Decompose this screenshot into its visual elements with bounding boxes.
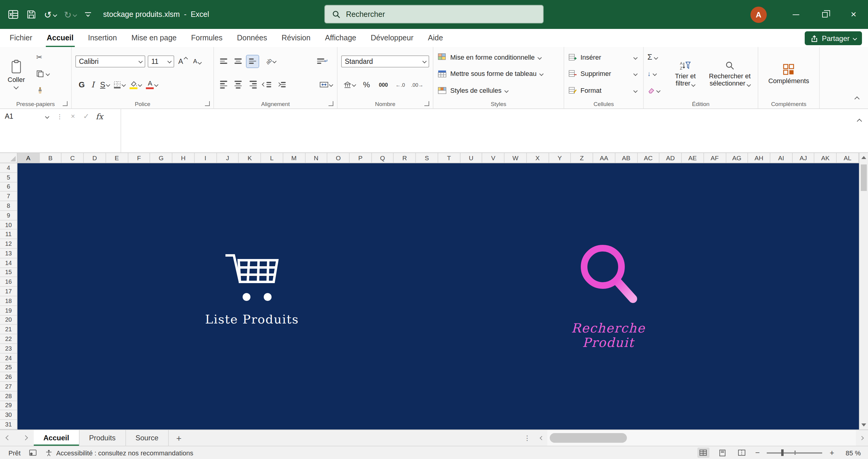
row-header-29[interactable]: 29 [0, 401, 17, 411]
formula-cancel-button[interactable]: × [66, 112, 80, 121]
fill-color-button[interactable] [130, 78, 142, 91]
namebox-resize-handle[interactable]: ⋮ [53, 113, 66, 120]
decrease-decimal-button[interactable]: .00→ [411, 78, 424, 91]
sort-filter-button[interactable]: AZ Trier et filtrer [667, 49, 704, 99]
format-painter-button[interactable] [34, 85, 51, 96]
accounting-format-button[interactable] [344, 78, 355, 91]
chevron-down-icon[interactable] [656, 89, 660, 93]
row-header-20[interactable]: 20 [0, 315, 17, 325]
column-header-B[interactable]: B [39, 153, 61, 163]
qat-customize-button[interactable] [84, 11, 92, 18]
dialog-launcher-icon[interactable] [424, 101, 429, 106]
row-header-5[interactable]: 5 [0, 173, 17, 183]
zoom-slider[interactable] [767, 449, 823, 457]
row-header-12[interactable]: 12 [0, 239, 17, 249]
column-header-E[interactable]: E [106, 153, 128, 163]
row-header-31[interactable]: 31 [0, 420, 17, 429]
dialog-launcher-icon[interactable] [63, 101, 67, 106]
chevron-down-icon[interactable] [155, 83, 158, 87]
zoom-in-button[interactable]: + [830, 449, 834, 457]
insert-cells-button[interactable]: Insérer [566, 52, 641, 63]
restore-button[interactable] [810, 0, 839, 29]
wrap-text-button[interactable]: ↵ [316, 55, 329, 67]
row-header-27[interactable]: 27 [0, 382, 17, 392]
chevron-down-icon[interactable] [122, 83, 126, 87]
minimize-button[interactable] [781, 0, 810, 29]
decrease-font-button[interactable]: A [191, 55, 203, 67]
ribbon-collapse-button[interactable] [855, 92, 858, 103]
macro-button-recherche-produit[interactable]: Recherche Produit [548, 243, 669, 350]
column-header-AH[interactable]: AH [748, 153, 770, 163]
format-as-table-button[interactable]: Mettre sous forme de tableau [435, 68, 562, 79]
undo-button[interactable]: ↺ [44, 10, 56, 19]
chevron-down-icon[interactable] [352, 83, 356, 87]
thousands-button[interactable]: 000 [377, 78, 390, 91]
orientation-button[interactable]: ab [265, 55, 277, 67]
chevron-down-icon[interactable] [654, 55, 658, 59]
tab-fichier[interactable]: Fichier [2, 29, 39, 47]
paste-button[interactable]: Coller [2, 49, 31, 99]
chevron-down-icon[interactable] [329, 83, 333, 87]
formula-enter-button[interactable]: ✓ [80, 112, 93, 121]
vertical-scroll-thumb[interactable] [861, 164, 867, 191]
horizontal-scrollbar[interactable] [536, 430, 867, 446]
macro-button-liste-produits[interactable]: Liste Produits [198, 250, 306, 326]
column-header-AF[interactable]: AF [704, 153, 726, 163]
zoom-level[interactable]: 85 % [841, 449, 861, 456]
tab-affichage[interactable]: Affichage [318, 29, 364, 47]
format-cells-button[interactable]: Format [566, 85, 641, 96]
horizontal-scroll-thumb[interactable] [550, 433, 627, 443]
chevron-down-icon[interactable] [14, 84, 19, 89]
h-scroll-left[interactable] [536, 437, 547, 439]
tab-developpeur[interactable]: Développeur [364, 29, 421, 47]
column-header-I[interactable]: I [195, 153, 217, 163]
copy-button[interactable] [34, 68, 51, 79]
tab-mise-en-page[interactable]: Mise en page [124, 29, 184, 47]
clear-button[interactable] [646, 85, 667, 96]
align-center-button[interactable] [232, 78, 244, 91]
sheet-more-button[interactable]: ⋮ [518, 430, 536, 446]
decrease-indent-button[interactable] [261, 78, 273, 91]
column-header-AE[interactable]: AE [682, 153, 704, 163]
merge-center-button[interactable] [319, 78, 332, 91]
cut-button[interactable]: ✂ [34, 52, 51, 63]
sheet-tab-accueil[interactable]: Accueil [34, 430, 79, 446]
row-header-25[interactable]: 25 [0, 363, 17, 372]
column-header-G[interactable]: G [150, 153, 173, 163]
column-header-AA[interactable]: AA [593, 153, 615, 163]
align-left-button[interactable] [218, 78, 230, 91]
row-header-23[interactable]: 23 [0, 344, 17, 354]
increase-indent-button[interactable] [276, 78, 287, 91]
view-page-layout-button[interactable] [717, 448, 729, 458]
underline-button[interactable]: S [100, 78, 109, 91]
zoom-out-button[interactable]: − [755, 449, 760, 457]
column-header-AC[interactable]: AC [638, 153, 659, 163]
share-button[interactable]: Partager [805, 31, 862, 45]
column-header-AG[interactable]: AG [726, 153, 748, 163]
column-header-Q[interactable]: Q [372, 153, 394, 163]
accessibility-status[interactable]: Accessibilité : consultez nos recommanda… [45, 449, 193, 456]
insert-function-button[interactable]: fx [93, 112, 106, 121]
row-header-14[interactable]: 14 [0, 258, 17, 268]
row-header-28[interactable]: 28 [0, 392, 17, 401]
scroll-down-button[interactable] [860, 421, 868, 429]
grid-canvas[interactable]: Liste Produits Recherche Produit [18, 163, 859, 429]
search-box[interactable]: Rechercher [324, 5, 544, 24]
chevron-down-icon[interactable] [138, 83, 142, 87]
column-header-O[interactable]: O [328, 153, 350, 163]
column-header-S[interactable]: S [416, 153, 438, 163]
column-header-M[interactable]: M [283, 153, 305, 163]
row-header-26[interactable]: 26 [0, 372, 17, 382]
view-page-break-button[interactable] [736, 448, 748, 458]
tab-donnees[interactable]: Données [230, 29, 274, 47]
column-header-J[interactable]: J [217, 153, 239, 163]
column-header-AB[interactable]: AB [615, 153, 638, 163]
number-format-select[interactable]: Standard [341, 55, 429, 67]
row-header-30[interactable]: 30 [0, 411, 17, 420]
close-button[interactable]: × [839, 0, 868, 29]
delete-cells-button[interactable]: Supprimer [566, 68, 641, 79]
font-color-button[interactable]: A [146, 78, 158, 91]
column-header-W[interactable]: W [504, 153, 527, 163]
column-header-Y[interactable]: Y [549, 153, 571, 163]
dialog-launcher-icon[interactable] [205, 101, 210, 106]
